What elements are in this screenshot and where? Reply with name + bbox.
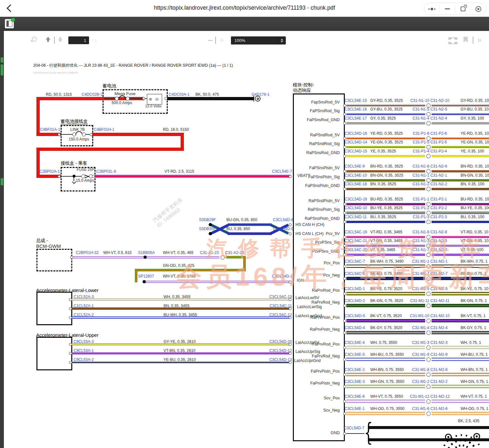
connector-label: C31-N1-3 C31-N2-3 [403,239,456,243]
connector-label: C3CL54E-7 [272,170,292,174]
connector-label: C31-P1-3 C31-P2-3 [403,215,456,219]
wire-spec: BK-BU, 0.75, 3490 [370,272,403,276]
wire-segment [346,113,425,115]
terminal [289,232,292,235]
terminal [343,277,346,280]
battery-label: 蓄电池 [103,83,116,88]
pin-label: LatAccUpr5V [295,340,319,345]
inline-connector [426,373,431,377]
inline-connector [426,399,431,404]
pin-label: Scv_Pos [293,396,340,400]
wire-segment [432,277,489,280]
wire-spec: BN, 0.35, 3525 [370,182,396,187]
inline-connector [426,385,431,389]
terminal [343,346,346,349]
wire-bk-475 [167,97,254,100]
page-up-button[interactable] [46,37,50,40]
connector-label: C31-N1-10 C31-N2-10 [403,99,456,103]
wire-segment [346,212,425,214]
more-button[interactable] [424,5,439,13]
connector-label: C3CL54C-20 [344,248,367,252]
pin-label: FaPSnsRod_Sig [293,109,340,113]
connector-label: C31-N1-2 C31-N2-2 [403,182,456,187]
terminal [343,155,346,158]
wire-segment [346,137,425,140]
terminal [70,256,73,259]
zoom-in-button[interactable]: + [220,36,224,45]
connector-label: C31-A2-23 [225,251,244,255]
wire-spec: YE-GN, 0.35, 3525 [370,140,403,145]
connector-label: C9CL53A-1 [74,349,94,353]
wire-spec: WH, 0.75, 1 [461,341,481,345]
window-titlebar: https://topix.landrover.jlrext.com/topix… [0,0,489,17]
inline-connector [426,211,431,215]
terminal [343,179,346,182]
connector-label: C3CL54D-7 [344,426,364,431]
minimize-button[interactable] [439,5,455,13]
restore-button[interactable] [455,5,471,13]
page-down-button[interactable] [58,39,63,42]
connector-label: C3CL54C-21 [344,239,367,243]
zoom-stepper[interactable] [278,37,285,44]
wire-spec: WH-GN, 0.75, 3550 [370,380,404,384]
splice-label: SP12807 [138,274,154,279]
pin-label: FapSnsRod_5V [293,100,340,104]
connector-label: C3CL54D-15 [344,149,367,154]
pin-label: FaPSnsPlstn_5V [293,166,340,170]
wire-segment [346,203,425,205]
zoom-level: 100% [235,38,245,43]
pin-label: GND [293,431,340,435]
connector-label: C31-P1-5 C31-P2-5 [403,140,456,145]
zoom-select[interactable]: 100% [231,36,286,44]
wire-spec: GY-BU, 0.35, 3525 [370,107,403,112]
watermark-stamp: 汽修帮手资料库ID: 7496002 [152,197,188,229]
wire-spec: GY, 0.35, 3525 [370,116,396,121]
wire-bu-850 [228,232,272,235]
connector-label: C2BP02L-8 [96,170,116,174]
more-tools-button[interactable]: » [477,35,481,44]
pin-label: IGN [297,278,304,283]
wire-segment [432,122,489,124]
wire-spec: YE-RD, 0.35, 3525 [370,131,403,136]
wire-spec: VT, 0.35, 3465 [370,248,395,252]
page-number-input[interactable]: 1 [68,36,89,44]
pin-label: RaPrvPistn_Neg [293,327,340,332]
fuse-amps: 150.0 Amps [69,137,89,142]
thumbnail-strip[interactable] [0,31,4,448]
wire-segment [432,319,489,322]
fuse-symbol [126,97,130,101]
battery-volts: 12.0 Volts [145,104,162,108]
wire-spec: WH-BN, 0.75, 3550 [370,368,404,372]
zoom-out-button[interactable] [208,40,213,41]
connector-label: C3CL54C-5 [344,272,365,276]
connector-label: C3CL54E-10 [344,173,367,178]
wire-segment [432,188,489,190]
sidebar-toggle-button[interactable] [5,19,14,29]
wire-spec: VT-GN, 0.35, 10 [461,239,489,243]
connector-label: C31-N1-1 C31-N2-1 [403,173,456,178]
target-button[interactable] [471,5,486,13]
pin-label: HS CAN H (CH) [295,222,324,227]
terminal [343,385,346,388]
pdf-toolbar: 1 / 1 + 100% » [0,17,489,31]
connector-label: C1CL52A-3 [74,295,94,299]
terminal [343,292,346,295]
wire-rd-5150 [92,133,184,136]
wire-segment [432,212,489,214]
dot-icon [428,8,430,10]
pin-label: PcvPSns_GND [293,249,340,254]
connector-label: C4BF01H-1 [94,128,114,132]
connector-label: C4BF01A-1 [40,128,60,132]
wire-segment [346,373,425,376]
connector-label: C3CL54E-5 [344,353,365,357]
restore-icon [461,6,465,11]
terminal [343,331,346,334]
search-icon[interactable] [32,37,37,42]
inline-connector [426,277,431,281]
connector-label: C3CL54C-11 [268,304,292,308]
wire-spec: WH-BU, 0.75, 3550 [370,353,404,357]
connector-label: G4D178-1 [252,93,269,97]
wire-rd-bend [36,97,40,136]
wire-segment [346,122,425,124]
wire-whvt-615 [73,256,146,258]
